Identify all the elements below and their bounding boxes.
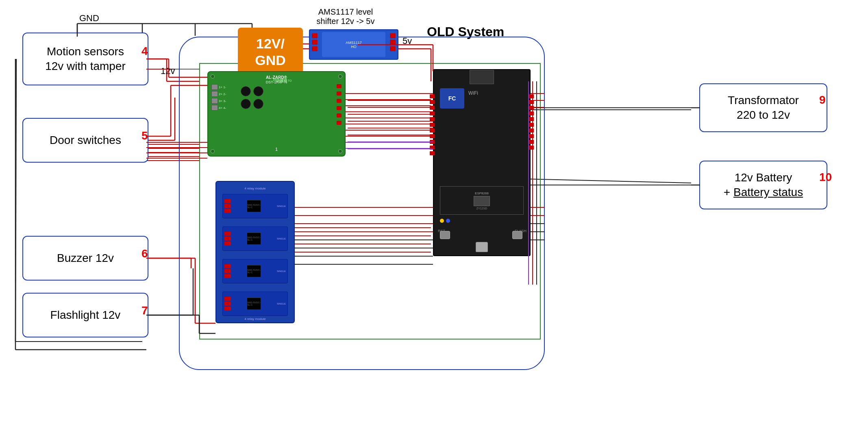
transformator-box: Transformator220 to 12v: [699, 83, 827, 132]
svg-line-38: [524, 179, 691, 183]
power-box: 12V/GND: [238, 28, 303, 76]
flashlight-badge: 7: [141, 304, 148, 317]
ams-label: AMS1117 levelshifter 12v -> 5v: [305, 7, 386, 26]
buzzer-box: Buzzer 12v: [22, 236, 148, 281]
motion-sensors-box: Motion sensors12v with tamper: [22, 33, 148, 85]
svg-line-15: [15, 59, 16, 342]
battery-badge: 10: [819, 171, 832, 184]
12v-label: 12v: [161, 66, 175, 76]
door-switches-badge: 5: [141, 129, 148, 142]
gnd-label: GND: [79, 13, 99, 24]
relay-board-blue: 4 relay module SRD-5VDC-SL-C SINGLE SRD-…: [215, 181, 295, 323]
battery-box: 12v Battery+ Battery status: [699, 161, 827, 209]
esp-module: FC WiFi: [433, 69, 531, 256]
transformator-badge: 9: [819, 94, 826, 107]
ams-chip: AMS1117HO: [309, 29, 398, 60]
buzzer-badge: 6: [141, 247, 148, 260]
relay-board-green: AL-ZARD® DST-1R4P-N 1+ 1- 2+ 2- 3+ 3- 4+…: [207, 71, 346, 157]
motion-sensors-badge: 4: [141, 45, 148, 58]
diagram-container: GND 12v AMS1117 levelshifter 12v -> 5v 5…: [0, 0, 868, 444]
flashlight-box: Flashlight 12v: [22, 293, 148, 337]
door-switches-box: Door switches: [22, 118, 148, 163]
